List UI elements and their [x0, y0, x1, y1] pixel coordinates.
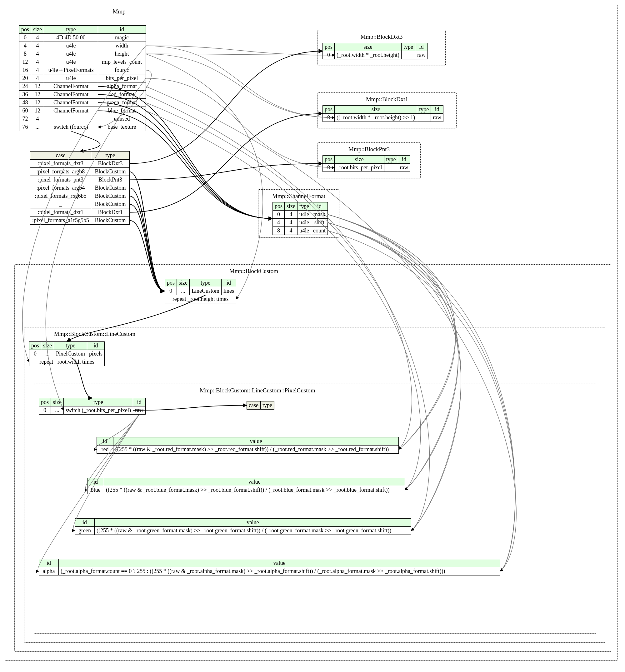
cluster-title-mmp: Mmp [56, 8, 182, 9]
cluster-mmp: Mmp pos size type id 044D 4D 50 00magic4… [5, 5, 618, 9]
